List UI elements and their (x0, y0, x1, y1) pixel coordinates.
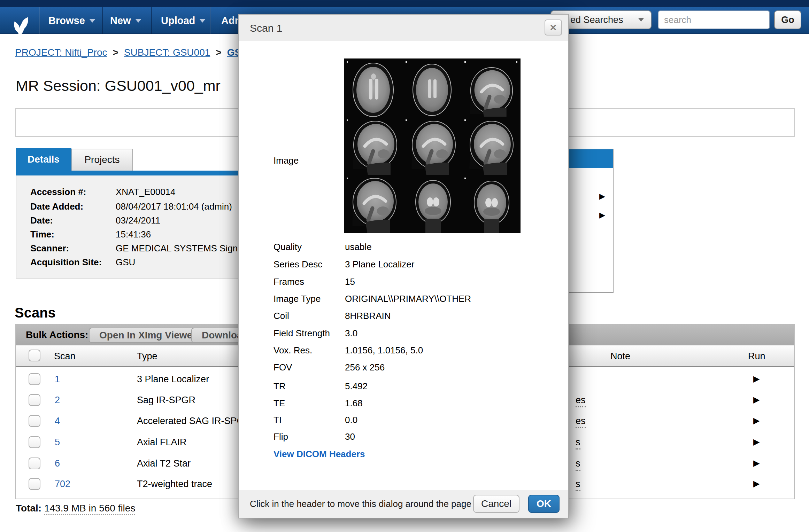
total-label: Total: (16, 503, 41, 514)
detail-label: Time: (30, 229, 116, 240)
row-checkbox[interactable] (29, 478, 40, 490)
field-label: TE (273, 398, 345, 409)
column-header-note: Note (610, 351, 630, 362)
detail-row: Acquisition Site: GSU (30, 257, 135, 268)
row-checkbox[interactable] (29, 394, 40, 406)
run-arrow-icon[interactable]: ▶ (753, 458, 760, 468)
row-checkbox[interactable] (29, 415, 40, 427)
field-row: Coil 8HRBRAIN (273, 311, 391, 322)
nav-top-strip (0, 0, 809, 7)
chevron-down-icon (89, 19, 95, 23)
total-summary: Total: 143.9 MB in 560 files (16, 503, 135, 514)
run-arrow-icon[interactable]: ▶ (753, 416, 760, 425)
breadcrumb-project-link[interactable]: PROJECT: Nifti_Proc (15, 47, 107, 58)
scan-id-link[interactable]: 5 (55, 437, 60, 448)
breadcrumb: PROJECT: Nifti_Proc > SUBJECT: GSU001 > … (15, 47, 275, 58)
button-label: Open In XImg Viewer (99, 330, 196, 341)
scan-id-link[interactable]: 702 (55, 479, 70, 490)
scan-type: 3 Plane Localizer (137, 374, 209, 385)
open-in-ximg-viewer-button[interactable]: Open In XImg Viewer (89, 328, 207, 343)
files-link-fragment[interactable]: s (576, 437, 580, 449)
files-link-fragment[interactable]: s (576, 479, 580, 491)
field-row: Series Desc 3 Plane Localizer (273, 259, 414, 270)
nav-divider (151, 7, 152, 34)
run-arrow-icon[interactable]: ▶ (753, 437, 760, 447)
field-row: Field Strength 3.0 (273, 328, 357, 339)
breadcrumb-separator: > (113, 47, 118, 58)
field-value: 1.0156, 1.0156, 5.0 (345, 345, 423, 356)
run-arrow-icon[interactable]: ▶ (753, 374, 760, 384)
run-arrow-icon[interactable]: ▶ (753, 395, 760, 405)
expand-arrow-icon[interactable]: ▶ (599, 211, 605, 220)
search-input[interactable] (658, 10, 770, 29)
scan-type: Axial T2 Star (137, 458, 191, 469)
detail-label: Acquisition Site: (30, 257, 116, 268)
nav-divider (39, 7, 39, 34)
row-checkbox[interactable] (29, 373, 40, 385)
close-icon[interactable]: ✕ (545, 19, 562, 36)
field-label: Coil (273, 311, 345, 322)
dialog-move-hint: Click in the header to move this dialog … (250, 499, 471, 509)
go-button[interactable]: Go (774, 10, 801, 29)
scan-id-link[interactable]: 2 (55, 395, 60, 406)
scan-montage-image[interactable] (344, 58, 521, 233)
expand-arrow-icon[interactable]: ▶ (599, 192, 605, 201)
ok-button[interactable]: OK (528, 495, 560, 513)
detail-label: Date Added: (30, 201, 116, 212)
detail-row: Scanner: GE MEDICAL SYSTEMS Signa H (30, 243, 252, 254)
breadcrumb-separator: > (216, 47, 221, 58)
nav-item-new[interactable]: New (110, 7, 141, 34)
files-link-fragment[interactable]: es (576, 416, 586, 428)
detail-value: 15:41:36 (116, 229, 151, 240)
files-link-fragment[interactable]: es (576, 395, 586, 407)
scan-id-link[interactable]: 4 (55, 416, 60, 427)
chevron-down-icon (199, 19, 206, 23)
field-label: TI (273, 415, 345, 426)
nav-item-upload[interactable]: Upload (161, 7, 206, 34)
field-row: Vox. Res. 1.0156, 1.0156, 5.0 (273, 345, 423, 356)
view-dicom-headers-link[interactable]: View DICOM Headers (273, 449, 365, 460)
field-label: Vox. Res. (273, 345, 345, 356)
field-value: 1.68 (345, 398, 363, 409)
cancel-button[interactable]: Cancel (473, 495, 519, 513)
row-checkbox[interactable] (29, 457, 40, 469)
detail-value: XNAT_E00014 (116, 187, 176, 198)
detail-row: Date Added: 08/04/2017 18:01:04 (admin) (30, 201, 232, 212)
dialog-body: Image (239, 41, 568, 491)
field-value: usable (345, 242, 372, 253)
dialog-footer: Click in the header to move this dialog … (239, 490, 568, 518)
image-field-label: Image (273, 155, 299, 166)
select-all-checkbox[interactable] (29, 350, 40, 361)
row-checkbox[interactable] (29, 436, 40, 448)
nav-item-label: New (110, 15, 131, 26)
field-row: TR 5.492 (273, 381, 368, 392)
go-button-label: Go (781, 15, 794, 25)
detail-label: Accession #: (30, 187, 116, 198)
column-header-run: Run (748, 351, 765, 362)
xnat-logo-icon[interactable] (11, 16, 31, 39)
tab-details[interactable]: Details (16, 148, 71, 171)
scan-id-link[interactable]: 6 (55, 458, 60, 469)
field-row: Flip 30 (273, 431, 355, 443)
scan-id-link[interactable]: 1 (55, 374, 60, 385)
breadcrumb-subject-link[interactable]: SUBJECT: GSU001 (124, 47, 210, 58)
field-value: 0.0 (345, 415, 357, 426)
detail-row: Accession #: XNAT_E00014 (30, 187, 176, 198)
total-value[interactable]: 143.9 MB in 560 files (44, 503, 136, 515)
page-title: MR Session: GSU001_v00_mr (16, 77, 221, 94)
tab-projects[interactable]: Projects (71, 149, 133, 171)
field-label: Image Type (273, 294, 345, 305)
nav-item-browse[interactable]: Browse (48, 7, 95, 34)
dialog-header[interactable]: Scan 1 ✕ (239, 15, 568, 41)
run-arrow-icon[interactable]: ▶ (753, 479, 760, 488)
field-value: 256 x 256 (345, 362, 385, 373)
files-link-fragment[interactable]: s (576, 458, 580, 471)
scan-type: Sag IR-SPGR (137, 395, 195, 406)
dialog-title: Scan 1 (250, 22, 282, 34)
detail-label: Date: (30, 215, 116, 226)
field-value: 15 (345, 276, 355, 288)
field-row: Frames 15 (273, 276, 355, 288)
field-label: Flip (273, 431, 345, 443)
detail-label: Scanner: (30, 243, 116, 254)
column-header-scan: Scan (54, 351, 76, 362)
